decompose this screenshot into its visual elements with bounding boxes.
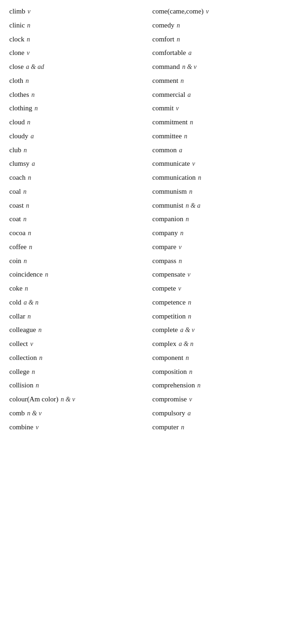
word-label: collection [9,353,37,363]
list-item: colleaguen [7,323,150,337]
word-label: colour(Am color) [9,394,58,405]
word-label: combine [9,422,33,433]
word-label: club [9,145,21,156]
word-label: communicate [153,159,190,169]
dictionary-grid: climbvclinicnclocknclonevclosea & adclot… [7,5,292,434]
pos-label: n [180,76,184,86]
pos-label: a [187,409,191,418]
list-item: coken [7,282,150,296]
word-label: clone [9,48,24,58]
word-label: common [153,145,177,156]
pos-label: n [23,187,27,197]
pos-label: n [25,284,28,293]
pos-label: n & a [186,201,200,210]
word-label: cocoa [9,228,26,238]
list-item: compensatev [150,268,293,282]
word-label: clock [9,34,24,45]
pos-label: n [24,257,27,266]
pos-label: n [28,229,31,238]
list-item: comfortn [150,33,293,47]
pos-label: v [179,243,181,252]
list-item: clonev [7,46,150,60]
pos-label: n [27,118,30,127]
pos-label: n [188,298,191,307]
list-item: clubn [7,143,150,157]
list-item: coastn [7,199,150,213]
list-item: comprehensionn [150,379,293,393]
list-item: competencen [150,296,293,310]
pos-label: v [187,270,190,279]
pos-label: v [192,159,195,169]
list-item: compromisev [150,393,293,407]
list-item: componentn [150,351,293,365]
word-label: comb [9,408,25,419]
pos-label: n [29,243,32,252]
word-label: communist [153,201,184,211]
word-label: committee [153,131,182,142]
word-label: comprehension [153,380,195,391]
pos-label: n [198,173,201,183]
list-item: commitmentn [150,115,293,129]
list-item: collectv [7,337,150,351]
list-item: completea & v [150,323,293,337]
pos-label: n [24,146,27,155]
list-item: climbv [7,5,150,19]
word-label: commit [153,103,174,114]
word-label: comment [153,76,179,86]
pos-label: n [32,90,35,100]
word-label: clothing [9,103,32,114]
list-item: companyn [150,226,293,240]
pos-label: a [187,90,191,100]
word-label: coke [9,284,22,294]
pos-label: n [197,381,200,390]
list-item: coaln [7,185,150,199]
list-item: competev [150,282,293,296]
pos-label: n [26,201,29,210]
pos-label: n [38,325,41,335]
word-label: compare [153,242,177,252]
word-label: colleague [9,325,36,335]
pos-label: n [39,353,42,363]
word-label: coincidence [9,270,43,280]
pos-label: v [189,395,192,404]
list-item: coinn [7,254,150,268]
word-label: company [153,228,178,238]
word-label: command [153,62,180,72]
word-label: collar [9,312,25,322]
word-label: clothes [9,90,29,100]
pos-label: n [186,353,189,363]
list-item: collectionn [7,351,150,365]
list-item: coachn [7,171,150,185]
list-item: committeen [150,129,293,143]
pos-label: a [188,48,192,58]
list-item: competitionn [150,310,293,324]
pos-label: v [176,104,179,113]
list-item: clothingn [7,102,150,115]
word-label: competence [153,298,186,308]
pos-label: n [189,367,193,377]
list-item: commerciala [150,88,293,102]
word-label: comfortable [153,48,186,58]
word-label: coat [9,214,21,224]
word-label: compensate [153,270,186,280]
word-label: communication [153,173,196,183]
word-label: competition [153,312,186,322]
list-item: comedyn [150,19,293,33]
word-label: compulsory [153,408,186,419]
list-item: communicationn [150,171,293,185]
pos-label: a [32,159,35,169]
word-label: cloudy [9,131,28,142]
list-item: commandn & v [150,60,293,74]
pos-label: v [30,339,33,349]
list-item: coincidencen [7,268,150,282]
pos-label: n [28,173,31,183]
word-label: composition [153,367,187,377]
word-label: collision [9,380,33,391]
pos-label: n [184,132,187,141]
list-item: comfortablea [150,46,293,60]
list-item: communicatev [150,157,293,171]
word-label: companion [153,214,184,224]
pos-label: v [178,284,181,293]
list-item: colour(Am color)n & v [7,393,150,407]
list-item: commitv [150,102,293,115]
